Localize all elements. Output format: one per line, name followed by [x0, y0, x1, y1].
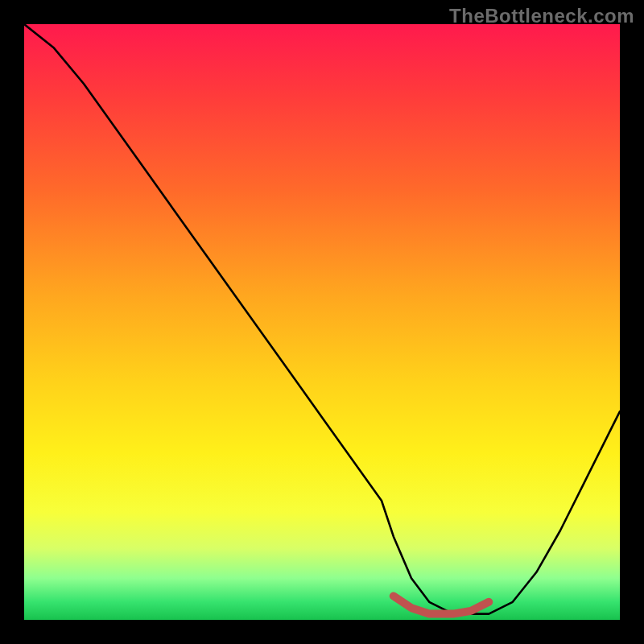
plot-area: [24, 24, 620, 620]
chart-svg: [24, 24, 620, 620]
chart-frame: TheBottleneck.com: [0, 0, 644, 644]
bottleneck-curve: [24, 24, 620, 614]
watermark: TheBottleneck.com: [449, 5, 634, 27]
optimal-band: [394, 596, 489, 613]
